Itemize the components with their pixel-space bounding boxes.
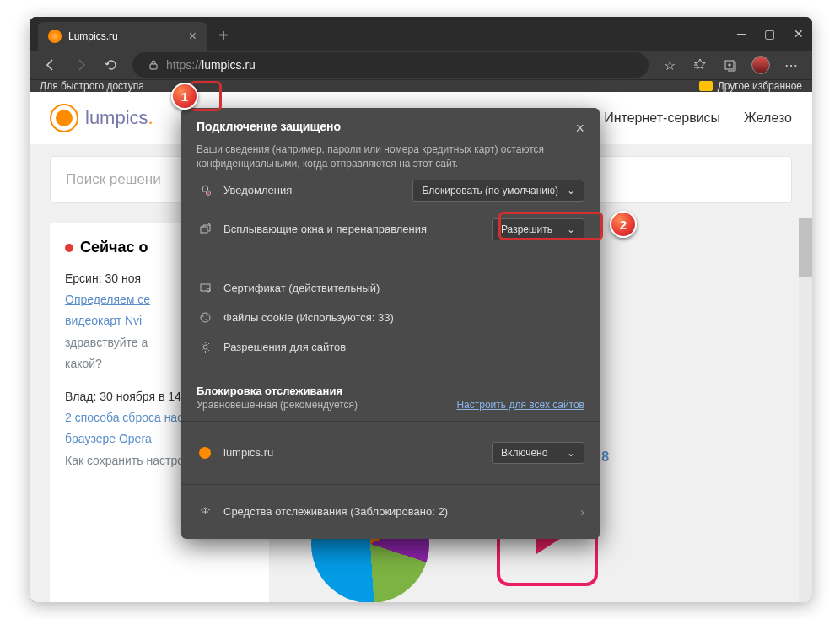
notifications-dropdown[interactable]: Блокировать (по умолчанию)⌄ — [412, 180, 584, 202]
url-text: https://lumpics.ru — [166, 58, 256, 72]
perm-notifications-label: Уведомления — [223, 184, 402, 196]
popup-description: Ваши сведения (например, пароли или номе… — [197, 143, 584, 171]
browser-tab[interactable]: Lumpics.ru × — [38, 22, 207, 51]
cookies-row[interactable]: Файлы cookie (Используются: 33) — [197, 303, 584, 332]
site-info-popup: Подключение защищено × Ваши сведения (на… — [181, 108, 600, 539]
close-window-icon[interactable]: ✕ — [794, 27, 804, 40]
back-button[interactable] — [36, 51, 65, 79]
certificate-icon — [197, 282, 213, 294]
popup-title: Подключение защищено — [197, 120, 341, 133]
toolbar: https://lumpics.ru ☆ ⋯ — [30, 51, 812, 79]
chevron-right-icon: › — [580, 505, 584, 519]
quick-access-label[interactable]: Для быстрого доступа — [40, 80, 144, 92]
site-favicon-icon — [197, 447, 213, 459]
svg-point-9 — [205, 319, 207, 320]
minimize-icon[interactable]: ─ — [737, 27, 746, 40]
lock-icon[interactable] — [141, 59, 166, 71]
popup-close-icon[interactable]: × — [575, 120, 584, 137]
maximize-icon[interactable]: ▢ — [764, 27, 775, 40]
browser-window: Lumpics.ru × + ─ ▢ ✕ https://lumpics.ru — [30, 17, 812, 602]
red-dot-icon — [65, 244, 73, 252]
logo-icon — [50, 104, 78, 132]
trackers-row[interactable]: Средства отслеживания (Заблокировано: 2)… — [197, 497, 584, 527]
svg-point-7 — [202, 315, 204, 317]
comment-link[interactable]: Определяем се — [65, 293, 150, 306]
favorite-star-icon[interactable]: ☆ — [655, 51, 684, 79]
callout-badge-1: 1 — [171, 83, 198, 110]
refresh-button[interactable] — [97, 51, 126, 79]
svg-rect-4 — [201, 284, 210, 291]
tracking-site-label: lumpics.ru — [223, 446, 482, 459]
scrollbar[interactable] — [799, 218, 812, 602]
svg-point-6 — [201, 313, 210, 322]
favorites-icon[interactable] — [686, 51, 714, 79]
cookie-icon — [197, 311, 213, 324]
shield-icon — [197, 505, 213, 518]
chevron-down-icon: ⌄ — [567, 447, 575, 459]
titlebar: Lumpics.ru × + ─ ▢ ✕ — [30, 17, 812, 51]
site-logo[interactable]: lumpics. — [50, 104, 153, 132]
profile-avatar[interactable] — [746, 51, 775, 79]
perm-popups-label: Всплывающие окна и перенаправления — [223, 223, 482, 235]
chevron-down-icon: ⌄ — [567, 185, 575, 196]
folder-icon — [699, 81, 713, 91]
tab-favicon-icon — [48, 30, 62, 43]
collections-icon[interactable] — [716, 51, 745, 79]
popup-window-icon — [197, 223, 213, 235]
tracking-site-dropdown[interactable]: Включено⌄ — [492, 442, 584, 464]
certificate-row[interactable]: Сертификат (действительный) — [197, 273, 584, 303]
window-controls: ─ ▢ ✕ — [737, 27, 804, 40]
menu-icon[interactable]: ⋯ — [777, 51, 805, 79]
logo-text: lumpics. — [85, 107, 153, 129]
nav-internet-services[interactable]: Интернет-сервисы — [604, 110, 720, 126]
nav-hardware[interactable]: Железо — [744, 110, 792, 126]
callout-ring-2 — [498, 212, 603, 240]
address-bar[interactable]: https://lumpics.ru — [132, 52, 649, 78]
svg-rect-0 — [150, 64, 157, 69]
other-favorites-folder[interactable]: Другое избранное — [699, 80, 802, 92]
tracking-subtitle: Уравновешенная (рекомендуется) — [197, 399, 358, 411]
tracking-settings-link[interactable]: Настроить для всех сайтов — [456, 399, 584, 411]
gear-icon — [197, 341, 213, 353]
callout-badge-2: 2 — [610, 211, 637, 238]
site-permissions-row[interactable]: Разрешения для сайтов — [197, 332, 584, 362]
tab-title: Lumpics.ru — [68, 30, 118, 42]
svg-point-10 — [203, 345, 207, 349]
bell-icon — [197, 184, 213, 196]
forward-button — [67, 51, 95, 79]
site-nav: Интернет-сервисы Железо — [604, 110, 792, 126]
comment-link[interactable]: видеокарт Nvi — [65, 314, 142, 327]
bookmarks-bar: Для быстрого доступа Другое избранное — [30, 79, 812, 92]
svg-point-8 — [206, 315, 207, 316]
tracking-title: Блокировка отслеживания — [197, 385, 584, 397]
new-tab-button[interactable]: + — [218, 26, 229, 46]
svg-rect-3 — [201, 227, 207, 233]
tab-close-icon[interactable]: × — [189, 29, 197, 44]
